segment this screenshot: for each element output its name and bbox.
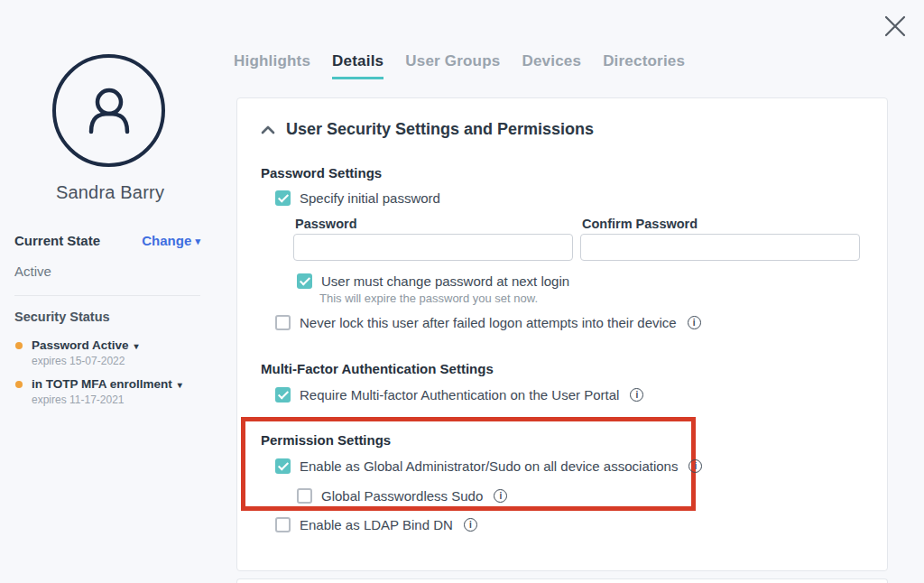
mfa-settings-heading: Multi-Factor Authentication Settings [261,361,494,376]
divider [14,295,200,296]
checkbox-label: Specify initial password [300,190,440,206]
info-icon[interactable]: i [464,518,477,532]
info-icon[interactable]: i [688,316,701,329]
change-state-button[interactable]: Change ▾ [142,233,200,248]
confirm-password-input[interactable] [580,234,860,261]
confirm-password-label: Confirm Password [582,217,698,231]
tab-directories[interactable]: Directories [603,52,685,79]
caret-down-icon: ▾ [134,341,139,351]
user-detail-panel: Sandra Barry Current State Change ▾ Acti… [0,0,924,583]
ldap-bind-checkbox[interactable] [275,517,291,532]
info-icon[interactable]: i [630,388,643,402]
status-dot-icon [15,342,23,349]
person-icon [79,81,139,141]
section-title: User Security Settings and Permissions [286,120,594,139]
close-icon[interactable] [881,12,910,41]
checkbox-label: Enable as LDAP Bind DN [300,517,453,532]
current-state-value: Active [14,264,51,279]
status-title[interactable]: Password Active▾ [32,338,213,352]
tab-user-groups[interactable]: User Groups [405,52,500,79]
security-status-label: Security Status [14,310,110,324]
avatar [52,54,165,167]
tab-details[interactable]: Details [332,52,383,79]
specify-initial-password-row: Specify initial password [275,190,440,206]
status-expiry: expires 11-17-2021 [32,393,213,406]
security-status-item-totp: in TOTP MFA enrollment▾ expires 11-17-20… [14,377,213,406]
tab-highlights[interactable]: Highlights [234,52,310,79]
checkbox-label: Require Multi-factor Authentication on t… [300,387,619,403]
checkbox-label: User must change password at next login [321,273,569,289]
global-admin-row: Enable as Global Administrator/Sudo on a… [275,458,702,474]
never-lock-checkbox[interactable] [275,315,291,330]
checkbox-label: Never lock this user after failed logon … [300,315,677,330]
specify-initial-password-checkbox[interactable] [275,190,291,206]
must-change-password-checkbox[interactable] [297,273,312,289]
security-status-item-password: Password Active▾ expires 15-07-2022 [14,338,213,367]
global-admin-checkbox[interactable] [275,458,291,474]
ldap-bind-row: Enable as LDAP Bind DN i [275,516,477,532]
status-title[interactable]: in TOTP MFA enrollment▾ [32,377,213,391]
must-change-password-row: User must change password at next login [297,273,569,289]
checkbox-label: Global Passwordless Sudo [321,488,483,504]
chevron-up-icon [261,125,275,134]
passwordless-sudo-row: Global Passwordless Sudo i [297,487,507,504]
security-settings-card: User Security Settings and Permissions P… [236,97,888,571]
next-section-card [236,578,888,583]
user-name: Sandra Barry [0,182,220,203]
status-dot-icon [15,381,23,388]
detail-tabs: Highlights Details User Groups Devices D… [234,52,685,79]
caret-down-icon: ▾ [195,236,200,246]
require-mfa-checkbox[interactable] [275,387,291,403]
never-lock-row: Never lock this user after failed logon … [275,314,701,330]
section-collapse-toggle[interactable]: User Security Settings and Permissions [261,120,594,139]
password-settings-heading: Password Settings [261,165,382,180]
current-state-row: Current State Change ▾ [14,233,200,248]
info-icon[interactable]: i [688,459,702,473]
password-label: Password [295,217,357,231]
must-change-helper-text: This will expire the password you set no… [319,292,538,305]
tab-devices[interactable]: Devices [522,52,581,79]
password-input[interactable] [293,234,573,261]
status-expiry: expires 15-07-2022 [32,355,213,367]
permission-settings-heading: Permission Settings [261,432,391,448]
current-state-label: Current State [14,233,100,248]
checkbox-label: Enable as Global Administrator/Sudo on a… [300,458,678,474]
require-mfa-row: Require Multi-factor Authentication on t… [275,386,643,403]
passwordless-sudo-checkbox[interactable] [297,488,312,504]
info-icon[interactable]: i [494,489,507,503]
caret-down-icon: ▾ [178,380,182,390]
